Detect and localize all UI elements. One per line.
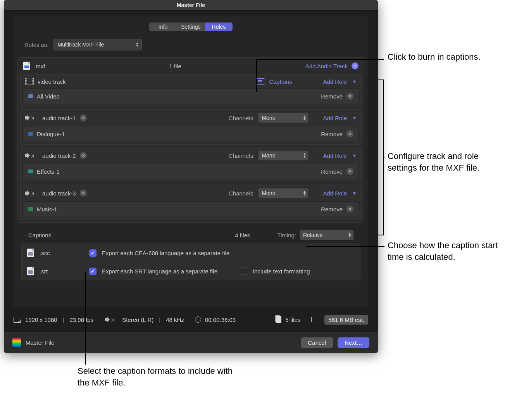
captions-icon (257, 78, 265, 85)
export-srt-label: Export each SRT language as a separate f… (102, 268, 217, 275)
remove-button[interactable]: ✕ (346, 130, 353, 137)
caption-format-row: .srt Export each SRT language as a separ… (22, 262, 360, 280)
delete-track-button[interactable]: ✕ (80, 152, 87, 159)
channels-label: Channels: (229, 115, 255, 121)
chevron-down-icon[interactable]: ▼ (352, 191, 357, 195)
roles-as-value: Multitrack MXF File (58, 41, 104, 48)
caption-file-icon (27, 249, 34, 257)
audio-track-group: )) audio track-1 ✕ Channels: Mono▲▼ Add … (20, 109, 362, 145)
mxf-group: .mxf 1 file Add Audio Track + video trac… (17, 57, 364, 223)
plus-icon[interactable]: + (352, 62, 358, 69)
status-audio: Stereo (L R) (122, 316, 153, 323)
audio-track-label: audio track-1 (42, 115, 76, 121)
roles-as-label: Roles as: (24, 41, 49, 48)
chevron-down-icon[interactable]: ▼ (352, 116, 357, 120)
export-scc-checkbox[interactable] (89, 249, 97, 257)
timing-value: Relative (303, 232, 323, 238)
audio-role-row: Dialogue-1 Remove ✕ (24, 126, 358, 141)
role-color-icon (28, 207, 33, 211)
audio-role-name: Dialogue-1 (37, 131, 65, 137)
channels-value: Mono (262, 115, 275, 121)
app-icon (12, 338, 21, 347)
speaker-icon: )) (25, 115, 31, 121)
remove-button[interactable]: ✕ (346, 93, 353, 100)
include-formatting-checkbox[interactable] (240, 268, 247, 275)
captions-header: Captions (28, 232, 51, 239)
delete-track-button[interactable]: ✕ (80, 114, 87, 121)
status-timecode: 00:00:36:03 (205, 316, 236, 323)
callout-configure: Configure track and role settings for th… (388, 150, 504, 173)
next-button[interactable]: Next… (338, 337, 369, 348)
display-icon (311, 317, 318, 322)
status-resolution: 1920 x 1080 (25, 316, 57, 323)
captions-section: Captions 4 files Timing: Relative▲▼ .scc (21, 226, 360, 280)
tab-settings[interactable]: Settings (177, 22, 205, 31)
video-track-group: video track Captions Add Role ▼ All Vide… (20, 74, 362, 107)
timing-select[interactable]: Relative▲▼ (300, 230, 353, 240)
callout-line (256, 59, 384, 60)
video-role-row: All Video Remove ✕ (24, 89, 358, 104)
tab-control: Info Settings Roles (149, 22, 233, 31)
callout-line (306, 246, 384, 247)
callout-burn: Click to burn in captions. (388, 51, 500, 63)
remove-label: Remove (321, 131, 343, 137)
audio-add-role-button[interactable]: Add Role (323, 190, 347, 197)
audio-role-name: Music-1 (37, 206, 57, 213)
remove-label: Remove (321, 168, 343, 175)
channels-select[interactable]: Mono▲▼ (259, 151, 308, 160)
file-icon (23, 62, 30, 70)
footer-bar: Master File Cancel Next… (4, 332, 378, 353)
add-audio-track-button[interactable]: Add Audio Track (305, 63, 348, 69)
tab-info[interactable]: Info (149, 22, 177, 31)
channels-value: Mono (262, 190, 275, 196)
audio-role-name: Effects-1 (37, 168, 60, 175)
timing-label: Timing: (277, 232, 296, 239)
export-scc-label: Export each CEA-608 language as a separa… (102, 250, 229, 256)
remove-label: Remove (321, 206, 343, 213)
caption-ext: .scc (40, 250, 51, 256)
tab-roles[interactable]: Roles (205, 22, 233, 31)
video-add-role-button[interactable]: Add Role (323, 78, 347, 85)
status-samplerate: 48 kHz (166, 316, 184, 323)
caption-ext: .srt (40, 268, 51, 275)
callout-line (256, 59, 257, 92)
status-size: 561.6 MB est. (324, 315, 368, 325)
audio-track-group: )) audio track-2 ✕ Channels: Mono▲▼ Add … (20, 147, 362, 182)
callout-timing: Choose how the caption start time is cal… (388, 240, 504, 263)
captions-burn-button[interactable]: Captions (269, 78, 292, 85)
channels-select[interactable]: Mono▲▼ (259, 188, 308, 198)
speaker-icon: )) (25, 152, 31, 159)
caption-file-icon (27, 267, 34, 275)
audio-add-role-button[interactable]: Add Role (323, 115, 347, 121)
remove-button[interactable]: ✕ (346, 206, 353, 213)
film-icon (25, 78, 34, 85)
delete-track-button[interactable]: ✕ (80, 190, 87, 197)
footer-title: Master File (26, 339, 54, 346)
resolution-icon (14, 317, 21, 323)
remove-label: Remove (321, 93, 343, 100)
channels-label: Channels: (229, 152, 255, 159)
audio-track-label: audio track-2 (42, 152, 76, 159)
audio-role-row: Music-1 Remove ✕ (24, 202, 358, 216)
callout-line (383, 157, 385, 157)
chevron-down-icon[interactable]: ▼ (352, 79, 357, 84)
captions-file-count: 4 files (235, 232, 250, 239)
audio-track-label: audio track-3 (42, 190, 76, 197)
files-icon (276, 316, 281, 323)
audio-role-row: Effects-1 Remove ✕ (24, 164, 358, 179)
remove-button[interactable]: ✕ (346, 168, 353, 175)
callout-formats: Select the caption formats to include wi… (78, 365, 233, 388)
audio-add-role-button[interactable]: Add Role (323, 152, 347, 159)
role-color-icon (28, 94, 33, 98)
channels-value: Mono (262, 152, 275, 159)
roles-as-select[interactable]: Multitrack MXF File ▲▼ (53, 39, 142, 50)
chevron-down-icon[interactable]: ▼ (352, 153, 357, 158)
cancel-button[interactable]: Cancel (301, 337, 333, 348)
master-file-window: Master File Info Settings Roles Roles as… (4, 0, 378, 353)
include-formatting-label: Include text formatting (253, 268, 310, 275)
speaker-icon: )) (25, 190, 31, 196)
video-role-name: All Video (37, 93, 60, 100)
callout-line (85, 271, 86, 365)
export-srt-checkbox[interactable] (89, 268, 97, 275)
channels-select[interactable]: Mono▲▼ (259, 113, 308, 123)
